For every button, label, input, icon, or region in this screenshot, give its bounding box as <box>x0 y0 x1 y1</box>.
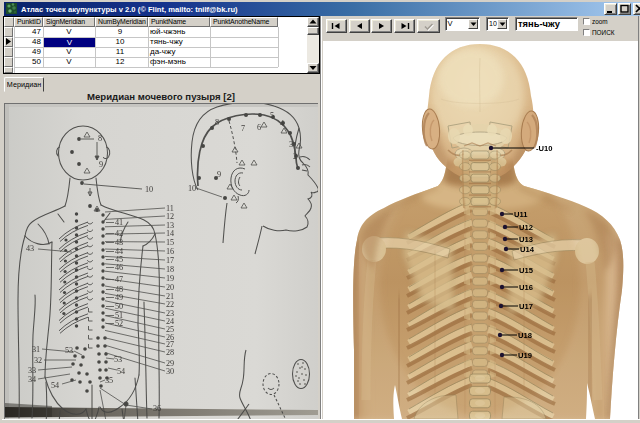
svg-text:8: 8 <box>98 134 102 143</box>
svg-text:15: 15 <box>166 238 174 247</box>
svg-text:30: 30 <box>166 367 174 376</box>
svg-text:U12: U12 <box>519 223 533 232</box>
svg-text:43: 43 <box>26 244 34 253</box>
svg-text:16: 16 <box>166 247 174 256</box>
svg-text:8: 8 <box>215 118 219 127</box>
svg-text:54: 54 <box>117 367 125 376</box>
svg-text:12: 12 <box>166 212 174 221</box>
svg-text:32: 32 <box>34 356 42 365</box>
svg-text:49: 49 <box>115 293 123 302</box>
svg-text:46: 46 <box>115 263 123 272</box>
svg-text:9: 9 <box>99 160 103 169</box>
svg-text:9: 9 <box>217 170 221 179</box>
svg-text:U11: U11 <box>514 210 528 219</box>
svg-text:33: 33 <box>28 366 36 375</box>
svg-text:U17: U17 <box>519 302 533 311</box>
svg-text:31: 31 <box>32 345 40 354</box>
svg-text:17: 17 <box>166 256 174 265</box>
svg-text:10: 10 <box>145 185 153 194</box>
svg-text:22: 22 <box>166 300 174 309</box>
svg-text:47: 47 <box>115 275 123 284</box>
svg-text:53: 53 <box>114 355 122 364</box>
svg-text:34: 34 <box>28 375 36 384</box>
svg-text:54: 54 <box>51 381 59 390</box>
svg-text:50: 50 <box>115 302 123 311</box>
svg-text:36: 36 <box>153 404 161 413</box>
svg-text:3: 3 <box>289 140 293 149</box>
svg-text:10: 10 <box>188 184 196 193</box>
svg-text:19: 19 <box>166 274 174 283</box>
svg-text:20: 20 <box>166 283 174 292</box>
svg-text:U13: U13 <box>519 235 533 244</box>
svg-text:U18: U18 <box>518 331 532 340</box>
svg-text:41: 41 <box>115 218 123 227</box>
svg-text:43: 43 <box>115 238 123 247</box>
svg-text:53: 53 <box>65 346 73 355</box>
svg-text:7: 7 <box>241 124 245 133</box>
svg-text:U14: U14 <box>520 245 535 254</box>
svg-text:U19: U19 <box>518 351 532 360</box>
svg-text:35: 35 <box>105 376 113 385</box>
svg-text:U16: U16 <box>519 283 533 292</box>
svg-text:6: 6 <box>257 123 261 132</box>
svg-text:42: 42 <box>115 229 123 238</box>
svg-text:28: 28 <box>166 348 174 357</box>
svg-text:52: 52 <box>115 319 123 328</box>
svg-text:5: 5 <box>270 111 274 120</box>
svg-text:18: 18 <box>166 265 174 274</box>
svg-text:-U10: -U10 <box>536 144 552 153</box>
svg-text:4: 4 <box>280 119 284 128</box>
svg-text:14: 14 <box>166 229 174 238</box>
svg-text:U15: U15 <box>519 266 534 275</box>
svg-text:2: 2 <box>293 152 297 161</box>
